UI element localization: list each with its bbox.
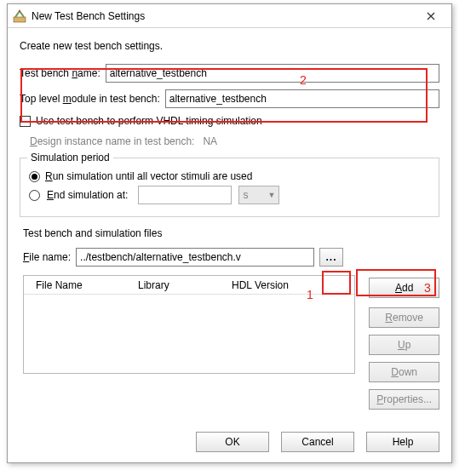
end-simulation-time-input[interactable] (138, 186, 232, 204)
file-table-header: File Name Library HDL Version (24, 276, 354, 295)
svg-rect-0 (14, 17, 26, 22)
top-level-module-label: Top level module in test bench: (20, 93, 160, 105)
app-icon (13, 9, 26, 23)
col-library[interactable]: Library (126, 279, 220, 291)
help-button[interactable]: Help (366, 432, 439, 452)
simulation-period-legend: Simulation period (27, 152, 113, 163)
close-button[interactable] (414, 5, 448, 27)
cancel-button[interactable]: Cancel (281, 432, 354, 452)
time-unit-value: s (243, 189, 248, 201)
file-name-label: File name: (23, 251, 71, 263)
file-table[interactable]: File Name Library HDL Version (23, 275, 355, 374)
file-name-input[interactable] (76, 248, 314, 267)
properties-button[interactable]: Properties... (369, 389, 439, 410)
remove-button[interactable]: Remove (369, 307, 439, 328)
vhdl-timing-checkbox[interactable] (20, 116, 31, 127)
radio-run-until-used-label: Run simulation until all vector stimuli … (45, 170, 252, 182)
close-icon (427, 12, 435, 20)
window-title: New Test Bench Settings (32, 10, 145, 22)
up-button[interactable]: Up (369, 335, 439, 355)
radio-end-simulation-at[interactable] (29, 190, 40, 201)
top-level-module-input[interactable] (165, 89, 439, 108)
down-button[interactable]: Down (369, 362, 439, 382)
ok-button[interactable]: OK (196, 432, 269, 452)
test-bench-name-label: Test bench name: (20, 67, 100, 79)
radio-run-until-used[interactable] (29, 171, 40, 182)
dialog-new-test-bench-settings: New Test Bench Settings Create new test … (7, 3, 452, 463)
design-instance-value: NA (203, 135, 217, 147)
test-bench-name-input[interactable] (106, 64, 439, 83)
design-instance-label: Design instance name in test bench: (30, 135, 194, 147)
ellipsis-icon: ... (326, 251, 337, 263)
radio-end-simulation-at-label: End simulation at: (47, 189, 128, 201)
titlebar: New Test Bench Settings (8, 4, 451, 28)
vhdl-timing-label: Use test bench to perform VHDL timing si… (36, 115, 262, 127)
dialog-description: Create new test bench settings. (20, 40, 439, 52)
tb-files-title: Test bench and simulation files (23, 227, 439, 239)
chevron-down-icon: ▼ (267, 191, 275, 199)
add-button[interactable]: Add (369, 278, 439, 298)
svg-rect-1 (19, 10, 20, 12)
browse-button[interactable]: ... (319, 248, 343, 267)
col-hdl-version[interactable]: HDL Version (220, 279, 354, 291)
col-file-name[interactable]: File Name (24, 279, 126, 291)
time-unit-select[interactable]: s ▼ (238, 186, 279, 204)
simulation-period-group: Simulation period Run simulation until a… (20, 158, 439, 217)
